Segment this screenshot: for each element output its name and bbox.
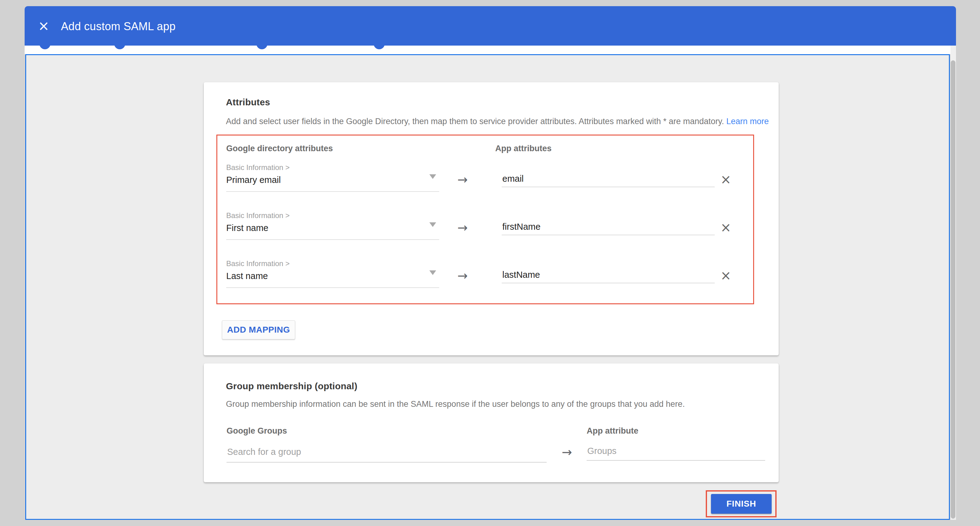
close-icon[interactable]: ×: [36, 18, 52, 34]
attributes-card: Attributes Add and select user fields in…: [204, 82, 779, 355]
mapping-row: Basic Information > First name → ×: [226, 210, 746, 257]
scrollbar-thumb[interactable]: [951, 61, 955, 519]
arrow-right-icon: →: [558, 443, 576, 461]
remove-mapping-icon[interactable]: ×: [718, 268, 733, 283]
attributes-description-text: Add and select user fields in the Google…: [226, 117, 724, 126]
mapping-row: Basic Information > Last name → ×: [226, 259, 746, 305]
directory-field-select[interactable]: Primary email: [226, 175, 281, 185]
app-attribute-input[interactable]: [502, 218, 715, 235]
finish-button[interactable]: FINISH: [711, 494, 772, 514]
group-search-input[interactable]: [226, 442, 547, 462]
app-attribute-input[interactable]: [502, 267, 715, 283]
google-directory-attributes-header: Google directory attributes: [226, 144, 333, 153]
attributes-card-description: Add and select user fields in the Google…: [226, 117, 769, 126]
directory-category-label: Basic Information >: [226, 163, 290, 172]
select-underline: [226, 239, 439, 240]
directory-field-select[interactable]: First name: [226, 223, 268, 233]
app-attribute-header: App attribute: [587, 426, 638, 436]
select-underline: [226, 287, 439, 288]
group-app-attribute-input[interactable]: [587, 442, 765, 461]
arrow-right-icon: →: [453, 219, 472, 236]
google-groups-header: Google Groups: [226, 426, 287, 436]
arrow-right-icon: →: [453, 171, 472, 188]
mapping-row: Basic Information > Primary email → ×: [226, 163, 746, 209]
remove-mapping-icon[interactable]: ×: [718, 172, 733, 187]
attributes-card-title: Attributes: [226, 97, 270, 107]
group-card-description: Group membership information can be sent…: [226, 399, 685, 409]
app-attribute-input[interactable]: [502, 171, 715, 187]
group-card-title: Group membership (optional): [226, 381, 357, 391]
dialog-header: × Add custom SAML app: [25, 6, 956, 46]
directory-field-select[interactable]: Last name: [226, 271, 268, 281]
directory-category-label: Basic Information >: [226, 211, 290, 220]
dropdown-arrow-icon[interactable]: [430, 270, 436, 275]
add-mapping-button[interactable]: ADD MAPPING: [222, 320, 295, 340]
header-gap-strip: [25, 46, 956, 54]
select-underline: [226, 191, 439, 192]
add-custom-saml-app-dialog: × Add custom SAML app Attributes Add and…: [0, 0, 980, 526]
arrow-right-icon: →: [453, 267, 472, 284]
remove-mapping-icon[interactable]: ×: [718, 220, 733, 235]
group-membership-card: Group membership (optional) Group member…: [204, 363, 779, 482]
learn-more-link[interactable]: Learn more: [726, 117, 769, 126]
dropdown-arrow-icon[interactable]: [430, 222, 436, 227]
app-attributes-header: App attributes: [495, 144, 552, 153]
dialog-title: Add custom SAML app: [61, 20, 176, 33]
directory-category-label: Basic Information >: [226, 259, 290, 268]
mapping-annotation-box: Google directory attributes App attribut…: [216, 135, 754, 304]
dropdown-arrow-icon[interactable]: [430, 174, 436, 179]
